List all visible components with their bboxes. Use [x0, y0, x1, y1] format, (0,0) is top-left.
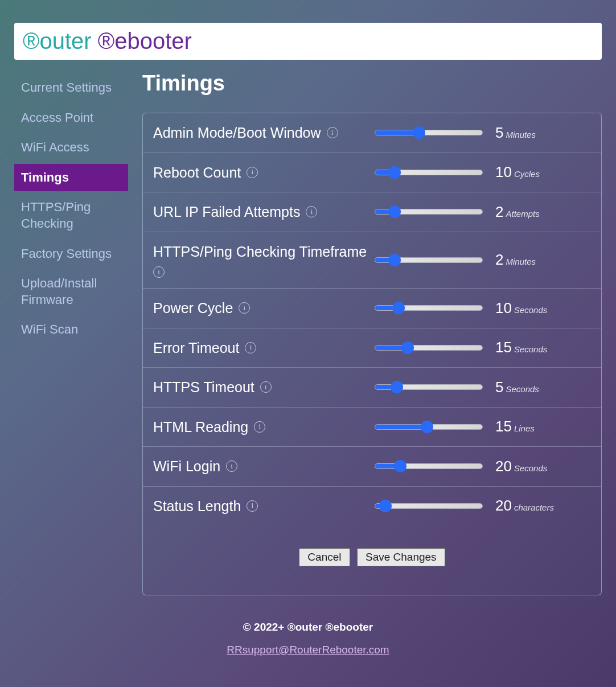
setting-label-text: HTTPS Timeout — [153, 378, 254, 397]
sidebar-item-access-point[interactable]: Access Point — [14, 104, 128, 132]
setting-unit: Attempts — [506, 209, 539, 219]
value-cell: 15Seconds — [488, 339, 591, 356]
setting-value: 2 — [495, 203, 503, 220]
setting-unit: characters — [514, 503, 554, 512]
setting-label-text: Error Timeout — [153, 339, 239, 357]
info-icon[interactable]: i — [247, 500, 258, 512]
setting-unit: Minutes — [506, 257, 536, 266]
setting-label: Reboot Counti — [153, 163, 375, 182]
slider-cell — [375, 503, 488, 509]
info-icon[interactable]: i — [260, 381, 272, 393]
setting-label-text: HTML Reading — [153, 418, 248, 437]
value-cell: 5Seconds — [488, 379, 591, 396]
settings-panel: Admin Mode/Boot Windowi5MinutesReboot Co… — [142, 113, 602, 595]
brand-r1: ® — [23, 28, 39, 54]
value-cell: 20characters — [488, 497, 591, 515]
cancel-button[interactable]: Cancel — [299, 548, 350, 566]
setting-row: Power Cyclei10Seconds — [143, 289, 601, 328]
info-icon[interactable]: i — [153, 266, 165, 278]
actions-row: Cancel Save Changes — [143, 548, 601, 566]
support-link[interactable]: RRsupport@RouterRebooter.com — [227, 644, 389, 656]
setting-row: HTML Readingi15Lines — [143, 408, 601, 447]
setting-slider[interactable] — [375, 424, 483, 430]
setting-value: 15 — [495, 418, 512, 435]
setting-label: HTML Readingi — [153, 418, 375, 437]
setting-label-text: WiFi Login — [153, 457, 220, 476]
setting-unit: Seconds — [514, 463, 547, 473]
slider-cell — [375, 170, 488, 175]
setting-unit: Seconds — [506, 384, 539, 394]
sidebar-item-https-ping-checking[interactable]: HTTPS/Ping Checking — [14, 194, 128, 237]
setting-label: Power Cyclei — [153, 299, 375, 318]
slider-cell — [375, 257, 488, 263]
setting-row: Error Timeouti15Seconds — [143, 328, 601, 368]
info-icon[interactable]: i — [327, 127, 338, 138]
setting-row: Status Lengthi20characters — [143, 487, 601, 526]
page-title: Timings — [142, 71, 602, 96]
info-icon[interactable]: i — [245, 342, 256, 353]
value-cell: 10Seconds — [488, 299, 591, 317]
value-cell: 10Cycles — [488, 163, 591, 181]
slider-cell — [375, 305, 488, 311]
slider-cell — [375, 130, 488, 135]
value-cell: 15Lines — [488, 418, 591, 435]
sidebar-item-factory-settings[interactable]: Factory Settings — [14, 240, 128, 268]
setting-slider[interactable] — [375, 170, 483, 175]
setting-label-text: Status Length — [153, 497, 241, 516]
setting-slider[interactable] — [375, 305, 483, 311]
brand-r2: ® — [98, 28, 114, 54]
sidebar-item-timings[interactable]: Timings — [14, 164, 128, 192]
slider-cell — [375, 384, 488, 390]
sidebar-item-wifi-scan[interactable]: WiFi Scan — [14, 316, 128, 344]
setting-slider[interactable] — [375, 209, 483, 215]
setting-unit: Lines — [514, 423, 535, 433]
setting-row: URL IP Failed Attemptsi2Attempts — [143, 192, 601, 232]
setting-unit: Seconds — [514, 344, 547, 354]
setting-row: HTTPS/Ping Checking Timeframei2Minutes — [143, 232, 601, 289]
info-icon[interactable]: i — [239, 302, 250, 314]
main-content: Timings Admin Mode/Boot Windowi5MinutesR… — [128, 65, 602, 595]
setting-slider[interactable] — [375, 345, 483, 351]
setting-slider[interactable] — [375, 463, 483, 469]
setting-label: HTTPS Timeouti — [153, 378, 375, 397]
setting-value: 5 — [495, 379, 503, 396]
brand-word2: ebooter — [114, 28, 192, 54]
info-icon[interactable]: i — [247, 167, 258, 178]
brand-logo: ®outer ®ebooter — [23, 28, 192, 54]
setting-value: 2 — [495, 251, 503, 268]
setting-value: 5 — [495, 124, 503, 141]
setting-label: Admin Mode/Boot Windowi — [153, 124, 375, 142]
save-button[interactable]: Save Changes — [357, 548, 445, 566]
setting-unit: Minutes — [506, 130, 536, 139]
setting-label-text: Power Cycle — [153, 299, 233, 318]
setting-value: 15 — [495, 339, 512, 356]
setting-row: HTTPS Timeouti5Seconds — [143, 368, 601, 408]
value-cell: 5Minutes — [488, 124, 591, 142]
info-icon[interactable]: i — [226, 460, 237, 472]
sidebar-item-current-settings[interactable]: Current Settings — [14, 74, 128, 102]
setting-label-text: URL IP Failed Attempts — [153, 203, 300, 221]
info-icon[interactable]: i — [306, 206, 317, 217]
sidebar-item-wifi-access[interactable]: WiFi Access — [14, 134, 128, 162]
slider-cell — [375, 209, 488, 215]
setting-slider[interactable] — [375, 257, 483, 263]
slider-cell — [375, 345, 488, 351]
setting-label-text: HTTPS/Ping Checking Timeframe — [153, 242, 367, 261]
setting-value: 10 — [495, 299, 512, 316]
setting-label-text: Reboot Count — [153, 163, 241, 182]
setting-unit: Seconds — [514, 305, 547, 315]
setting-label: URL IP Failed Attemptsi — [153, 203, 375, 221]
copyright-text: © 2022+ ®outer ®ebooter — [0, 621, 616, 633]
setting-row: Admin Mode/Boot Windowi5Minutes — [143, 113, 601, 153]
sidebar-item-upload-install-firmware[interactable]: Upload/Install Firmware — [14, 270, 128, 314]
app-header: ®outer ®ebooter — [14, 23, 602, 60]
setting-slider[interactable] — [375, 503, 483, 509]
setting-row: WiFi Logini20Seconds — [143, 447, 601, 487]
slider-cell — [375, 463, 488, 469]
setting-label: WiFi Logini — [153, 457, 375, 476]
footer: © 2022+ ®outer ®ebooter RRsupport@Router… — [0, 621, 616, 679]
setting-slider[interactable] — [375, 130, 483, 135]
brand-word1: outer — [39, 28, 91, 54]
info-icon[interactable]: i — [254, 421, 265, 433]
setting-slider[interactable] — [375, 384, 483, 390]
